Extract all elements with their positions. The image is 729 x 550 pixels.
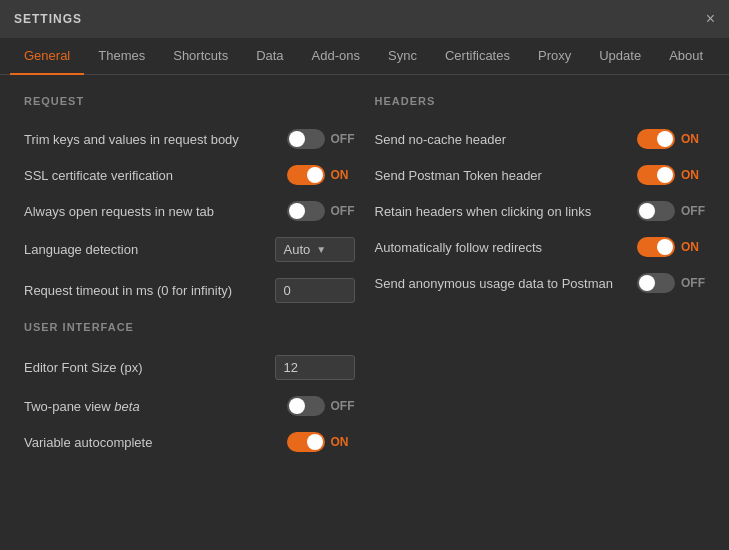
usage-data-toggle-label: OFF — [681, 276, 705, 290]
new-tab-label: Always open requests in new tab — [24, 204, 214, 219]
lang-detect-label: Language detection — [24, 242, 138, 257]
tab-proxy[interactable]: Proxy — [524, 38, 585, 75]
ssl-cert-toggle-knob — [307, 167, 323, 183]
tab-themes[interactable]: Themes — [84, 38, 159, 75]
setting-autocomplete: Variable autocomplete ON — [24, 424, 355, 460]
trim-keys-toggle[interactable] — [287, 129, 325, 149]
postman-token-toggle[interactable] — [637, 165, 675, 185]
trim-keys-label: Trim keys and values in request body — [24, 132, 239, 147]
new-tab-toggle[interactable] — [287, 201, 325, 221]
follow-redirects-toggle[interactable] — [637, 237, 675, 257]
ssl-cert-toggle[interactable] — [287, 165, 325, 185]
autocomplete-toggle-label: ON — [331, 435, 355, 449]
close-button[interactable]: × — [706, 11, 715, 27]
left-column: REQUEST Trim keys and values in request … — [24, 95, 355, 530]
timeout-label: Request timeout in ms (0 for infinity) — [24, 283, 232, 298]
usage-data-toggle[interactable] — [637, 273, 675, 293]
postman-token-toggle-label: ON — [681, 168, 705, 182]
two-pane-label: Two-pane view beta — [24, 399, 140, 414]
trim-keys-toggle-container: OFF — [287, 129, 355, 149]
postman-token-toggle-container: ON — [637, 165, 705, 185]
tab-sync[interactable]: Sync — [374, 38, 431, 75]
retain-headers-toggle[interactable] — [637, 201, 675, 221]
follow-redirects-toggle-knob — [657, 239, 673, 255]
tab-general[interactable]: General — [10, 38, 84, 75]
request-section: REQUEST Trim keys and values in request … — [24, 95, 355, 311]
headers-section: HEADERS Send no-cache header ON Send Pos… — [375, 95, 706, 301]
two-pane-toggle-container: OFF — [287, 396, 355, 416]
font-size-input[interactable] — [275, 355, 355, 380]
tab-shortcuts[interactable]: Shortcuts — [159, 38, 242, 75]
autocomplete-toggle[interactable] — [287, 432, 325, 452]
tab-about[interactable]: About — [655, 38, 717, 75]
ui-section-title: USER INTERFACE — [24, 321, 355, 333]
headers-section-title: HEADERS — [375, 95, 706, 107]
no-cache-toggle-label: ON — [681, 132, 705, 146]
ssl-cert-label: SSL certificate verification — [24, 168, 173, 183]
setting-new-tab: Always open requests in new tab OFF — [24, 193, 355, 229]
two-pane-toggle[interactable] — [287, 396, 325, 416]
setting-timeout: Request timeout in ms (0 for infinity) — [24, 270, 355, 311]
autocomplete-toggle-knob — [307, 434, 323, 450]
lang-detect-select[interactable]: Auto ▼ — [275, 237, 355, 262]
ssl-cert-toggle-label: ON — [331, 168, 355, 182]
tab-data[interactable]: Data — [242, 38, 297, 75]
setting-no-cache: Send no-cache header ON — [375, 121, 706, 157]
usage-data-toggle-knob — [639, 275, 655, 291]
setting-two-pane: Two-pane view beta OFF — [24, 388, 355, 424]
right-column: HEADERS Send no-cache header ON Send Pos… — [375, 95, 706, 530]
setting-follow-redirects: Automatically follow redirects ON — [375, 229, 706, 265]
retain-headers-toggle-label: OFF — [681, 204, 705, 218]
ui-section: USER INTERFACE Editor Font Size (px) Two… — [24, 321, 355, 460]
no-cache-label: Send no-cache header — [375, 132, 507, 147]
postman-token-toggle-knob — [657, 167, 673, 183]
new-tab-toggle-container: OFF — [287, 201, 355, 221]
settings-content: REQUEST Trim keys and values in request … — [0, 75, 729, 550]
request-section-title: REQUEST — [24, 95, 355, 107]
lang-detect-value: Auto — [284, 242, 311, 257]
usage-data-label: Send anonymous usage data to Postman — [375, 276, 614, 291]
two-pane-toggle-label: OFF — [331, 399, 355, 413]
font-size-label: Editor Font Size (px) — [24, 360, 143, 375]
autocomplete-label: Variable autocomplete — [24, 435, 152, 450]
follow-redirects-label: Automatically follow redirects — [375, 240, 543, 255]
tab-certificates[interactable]: Certificates — [431, 38, 524, 75]
no-cache-toggle-container: ON — [637, 129, 705, 149]
retain-headers-toggle-container: OFF — [637, 201, 705, 221]
no-cache-toggle-knob — [657, 131, 673, 147]
setting-postman-token: Send Postman Token header ON — [375, 157, 706, 193]
follow-redirects-toggle-label: ON — [681, 240, 705, 254]
setting-ssl-cert: SSL certificate verification ON — [24, 157, 355, 193]
tab-addons[interactable]: Add-ons — [298, 38, 374, 75]
two-pane-toggle-knob — [289, 398, 305, 414]
follow-redirects-toggle-container: ON — [637, 237, 705, 257]
timeout-input[interactable] — [275, 278, 355, 303]
setting-trim-keys: Trim keys and values in request body OFF — [24, 121, 355, 157]
autocomplete-toggle-container: ON — [287, 432, 355, 452]
new-tab-toggle-label: OFF — [331, 204, 355, 218]
ssl-cert-toggle-container: ON — [287, 165, 355, 185]
title-bar: SETTINGS × — [0, 0, 729, 38]
setting-font-size: Editor Font Size (px) — [24, 347, 355, 388]
trim-keys-toggle-label: OFF — [331, 132, 355, 146]
new-tab-toggle-knob — [289, 203, 305, 219]
settings-window: SETTINGS × General Themes Shortcuts Data… — [0, 0, 729, 550]
trim-keys-toggle-knob — [289, 131, 305, 147]
postman-token-label: Send Postman Token header — [375, 168, 542, 183]
setting-usage-data: Send anonymous usage data to Postman OFF — [375, 265, 706, 301]
tab-bar: General Themes Shortcuts Data Add-ons Sy… — [0, 38, 729, 75]
tab-update[interactable]: Update — [585, 38, 655, 75]
window-title: SETTINGS — [14, 12, 82, 26]
setting-retain-headers: Retain headers when clicking on links OF… — [375, 193, 706, 229]
setting-lang-detect: Language detection Auto ▼ — [24, 229, 355, 270]
usage-data-toggle-container: OFF — [637, 273, 705, 293]
chevron-down-icon: ▼ — [316, 244, 326, 255]
retain-headers-toggle-knob — [639, 203, 655, 219]
no-cache-toggle[interactable] — [637, 129, 675, 149]
retain-headers-label: Retain headers when clicking on links — [375, 204, 592, 219]
